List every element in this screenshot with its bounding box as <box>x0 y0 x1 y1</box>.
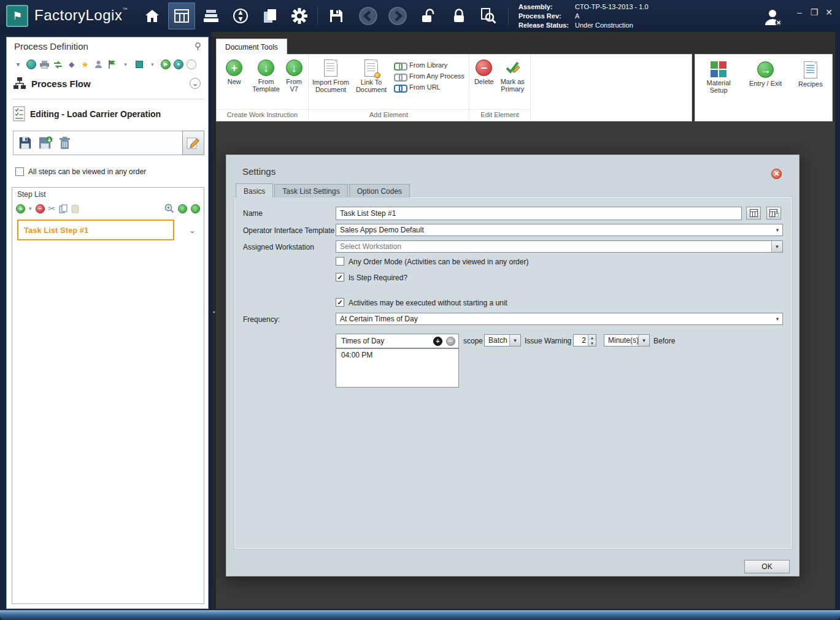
flag-dropdown-icon[interactable]: ▾ <box>120 59 131 70</box>
sync-icon[interactable] <box>53 59 63 70</box>
chevron-down-icon[interactable]: ▾ <box>771 241 782 252</box>
globe-icon[interactable] <box>26 59 36 69</box>
workstation-select[interactable]: Select Workstation ▾ <box>336 240 783 253</box>
process-definition-button[interactable] <box>168 2 195 29</box>
pin-icon[interactable] <box>194 42 202 51</box>
recipes-button[interactable]: Recipes <box>793 59 828 88</box>
move-up-icon[interactable]: ↑ <box>178 204 187 213</box>
collapse-chevron-icon[interactable]: ⌄ <box>190 78 201 89</box>
print-icon[interactable] <box>39 59 50 70</box>
forward-icon <box>388 6 407 26</box>
delete-element-button[interactable]: − Delete <box>471 58 497 85</box>
tab-document-tools[interactable]: Document Tools <box>216 39 287 55</box>
settings-button[interactable] <box>286 2 313 29</box>
status-icon[interactable]: ● <box>174 59 183 69</box>
assembly-info: Assembly:CTO-TP-5-13-2013 - 1.0 Process … <box>518 2 649 30</box>
link-to-document-button[interactable]: Link To Document <box>351 58 391 93</box>
gem-icon[interactable]: ◆ <box>66 59 77 70</box>
search-button[interactable] <box>475 2 502 29</box>
dropdown-icon[interactable]: ▾ <box>13 59 23 70</box>
chevron-down-icon[interactable]: ▾ <box>509 335 520 346</box>
copy-icon[interactable] <box>59 204 67 213</box>
time-item[interactable]: 04:00 PM <box>336 349 458 361</box>
import-from-document-button[interactable]: Import From Document <box>310 58 351 93</box>
user-session-button[interactable] <box>760 4 787 31</box>
person-icon[interactable] <box>93 59 104 70</box>
home-button[interactable] <box>139 2 166 29</box>
dispatch-button[interactable] <box>227 2 254 29</box>
name-input[interactable] <box>336 207 742 220</box>
panel-title: Process Definition <box>14 41 88 52</box>
panel-splitter[interactable]: ◂ <box>212 37 216 609</box>
step-expand-chevron-icon[interactable]: ⌄ <box>189 226 196 235</box>
tab-option-codes[interactable]: Option Codes <box>349 184 410 197</box>
any-order-mode-checkbox[interactable] <box>336 257 344 266</box>
step-required-checkbox[interactable]: ✓ <box>336 273 344 281</box>
zoom-step-icon[interactable] <box>164 204 174 213</box>
splitter-handle-icon: ◂ <box>212 309 215 315</box>
from-library-button[interactable]: From Library <box>394 61 464 69</box>
lock-button[interactable] <box>445 2 472 29</box>
step-row: Task List Step #1 ⌄ <box>17 220 200 240</box>
save-button[interactable] <box>323 2 350 29</box>
issue-warning-spinner[interactable]: ▲▼ <box>573 334 596 346</box>
spin-up-icon[interactable]: ▲ <box>588 335 596 340</box>
from-v7-button[interactable]: ↓ From V7 <box>282 58 306 93</box>
add-step-icon[interactable]: + <box>16 204 25 213</box>
new-work-instruction-button[interactable]: + New <box>218 58 250 85</box>
no-unit-checkbox[interactable]: ✓ <box>336 298 344 307</box>
from-any-process-button[interactable]: From Any Process <box>394 72 464 80</box>
operator-template-select[interactable]: Sales Apps Demo Default ▾ <box>336 224 783 236</box>
add-step-dropdown-icon[interactable]: ▾ <box>29 205 32 212</box>
frequency-select[interactable]: At Certain Times of Day ▾ <box>336 313 783 325</box>
cut-icon[interactable]: ✂ <box>48 204 56 213</box>
expand-name-button[interactable] <box>766 207 781 220</box>
ok-button[interactable]: OK <box>744 560 790 573</box>
maximize-button[interactable]: ❒ <box>808 7 820 17</box>
record-icon[interactable] <box>187 59 196 69</box>
paste-icon[interactable] <box>71 204 79 213</box>
package-icon[interactable] <box>134 59 144 70</box>
any-order-checkbox-row[interactable]: All steps can be viewed in any order <box>15 167 146 176</box>
minimize-button[interactable]: – <box>793 7 806 17</box>
remove-step-icon[interactable]: − <box>36 204 45 213</box>
from-template-button[interactable]: ↓ From Template <box>250 58 282 93</box>
trash-icon[interactable] <box>59 136 71 150</box>
forward-button[interactable] <box>384 2 411 29</box>
step-item-task-list-step-1[interactable]: Task List Step #1 <box>17 220 174 240</box>
dialog-close-icon[interactable]: ✕ <box>771 169 782 179</box>
flag-icon[interactable] <box>107 59 117 70</box>
import-document-icon[interactable] <box>38 136 53 150</box>
ribbon-group-create-work-instruction: + New ↓ From Template ↓ From V7 Create W… <box>217 55 309 121</box>
entry-exit-button[interactable]: → Entry / Exit <box>746 59 784 87</box>
material-setup-button[interactable]: Material Setup <box>699 59 738 94</box>
scope-select[interactable]: Batch ▾ <box>484 334 521 346</box>
start-icon[interactable]: ▶ <box>161 59 171 69</box>
any-order-checkbox[interactable] <box>15 167 24 176</box>
warning-unit-select[interactable]: Minute(s) ▾ <box>604 334 650 346</box>
stack-button[interactable] <box>198 2 225 29</box>
from-url-button[interactable]: From URL <box>394 83 464 91</box>
unlock-button[interactable] <box>415 2 442 29</box>
process-flow-row[interactable]: Process Flow ⌄ <box>13 77 203 90</box>
chevron-down-icon[interactable]: ▾ <box>638 335 649 346</box>
times-of-day-list[interactable]: 04:00 PM <box>336 348 459 388</box>
package-dropdown-icon[interactable]: ▾ <box>147 59 158 70</box>
tab-basics[interactable]: Basics <box>236 183 273 198</box>
edit-work-instruction-button[interactable] <box>182 131 204 155</box>
close-button[interactable]: ✕ <box>823 7 835 17</box>
documents-button[interactable] <box>256 2 283 29</box>
mark-as-primary-button[interactable]: Mark as Primary <box>497 58 528 93</box>
grid-icon <box>750 209 758 217</box>
spin-down-icon[interactable]: ▼ <box>588 340 596 346</box>
save-document-icon[interactable] <box>18 136 32 150</box>
add-time-icon[interactable]: + <box>433 337 442 346</box>
star-user-icon[interactable]: ★ <box>80 59 90 70</box>
tab-task-list-settings[interactable]: Task List Settings <box>274 184 347 197</box>
ribbon-group-label: Edit Element <box>469 109 530 121</box>
back-button[interactable] <box>355 2 382 29</box>
remove-time-icon[interactable]: − <box>446 337 455 346</box>
translate-name-button[interactable] <box>746 207 761 220</box>
issue-warning-input[interactable] <box>574 335 588 346</box>
move-down-icon[interactable]: ↓ <box>191 204 200 213</box>
